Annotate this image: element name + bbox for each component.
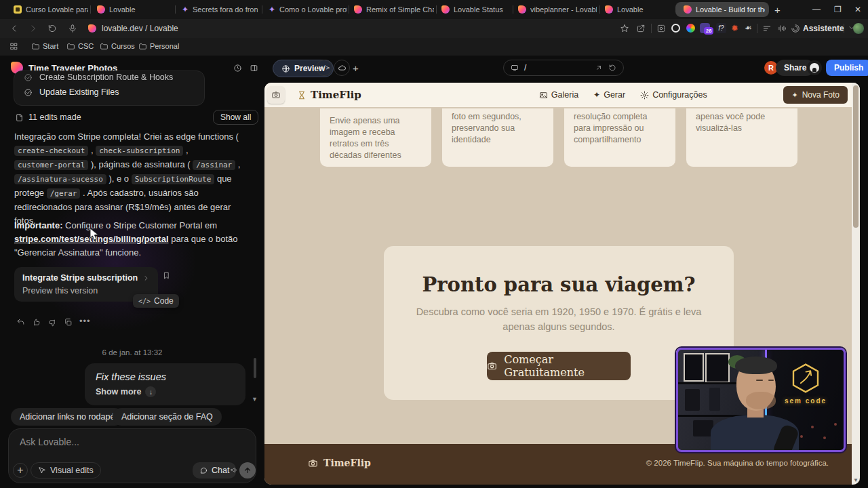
chat-input-container: + Visual edits Chat (8, 428, 256, 483)
scrollbar-down-arrow-icon[interactable]: ▼ (853, 477, 859, 483)
site-nav: Galeria ✦ Gerar Configurações (539, 90, 707, 100)
person-eyebrow (756, 380, 763, 381)
task-item-clipped: Create Subscription Route & Hooks (39, 71, 173, 83)
undo-icon[interactable] (16, 318, 25, 327)
browser-tab[interactable]: Lovable Status (454, 5, 509, 14)
new-tab-button[interactable]: + (774, 4, 781, 16)
thumbs-down-icon[interactable] (48, 319, 57, 327)
sparkle-icon: ✦ (269, 5, 275, 14)
url-text[interactable]: lovable.dev / Lovable (102, 24, 178, 33)
bookmark-folder-csc[interactable]: CSC (78, 42, 94, 50)
bookmark-folder-start[interactable]: Start (43, 42, 58, 50)
paw-extension-icon[interactable]: ☙ (745, 23, 752, 33)
cloud-button[interactable] (334, 60, 350, 76)
publish-button[interactable]: Publish (826, 60, 868, 76)
route-input[interactable]: / (503, 60, 624, 76)
browser-tab[interactable]: Lovable (617, 5, 658, 14)
sidebar-scrollbar-thumb[interactable] (254, 358, 256, 378)
bookmark-star-icon[interactable] (620, 24, 629, 33)
voice-icon[interactable] (230, 466, 239, 474)
thumbs-up-icon[interactable] (32, 318, 41, 327)
send-button[interactable] (239, 462, 256, 479)
browser-tab[interactable]: Curso Lovable para Inician (26, 5, 88, 14)
back-icon[interactable] (9, 24, 19, 33)
attach-plus-button[interactable]: + (13, 463, 28, 478)
element-picker-camera-button[interactable] (267, 86, 285, 104)
nav-galeria[interactable]: Galeria (539, 90, 578, 100)
nav-configuracoes[interactable]: Configurações (640, 90, 707, 100)
preview-scrollbar-thumb[interactable] (853, 85, 859, 228)
browser-tab[interactable]: Lovable (109, 5, 157, 14)
chat-mode-label: Chat (212, 466, 229, 475)
bookmark-icon[interactable] (162, 271, 171, 280)
fonts-extension-icon[interactable]: f? (716, 23, 726, 33)
cta-title: Pronto para sua viagem? (384, 273, 734, 296)
reload-icon[interactable] (47, 24, 57, 33)
window-restore-button[interactable]: ❐ (834, 5, 842, 14)
show-all-button[interactable]: Show all (213, 110, 258, 125)
github-button[interactable] (807, 60, 822, 75)
scroll-down-indicator-icon[interactable]: ▼ (252, 396, 258, 403)
browser-url-bar: lovable.dev / Lovable 28 f? ✹ ☙ Assisten… (0, 19, 868, 38)
starburst-extension-icon[interactable]: ✹ (731, 23, 738, 33)
suggestion-chip[interactable]: Adicionar links no rodapé (11, 408, 123, 426)
bookmark-folder-personal[interactable]: Personal (150, 42, 179, 50)
nav-gerar[interactable]: ✦ Gerar (593, 90, 625, 100)
lovable-heart-icon (518, 5, 526, 14)
share-link-icon[interactable] (636, 24, 646, 33)
footer-copyright: © 2026 TimeFlip. Sua máquina do tempo fo… (646, 459, 829, 467)
add-panel-button[interactable]: + (353, 62, 359, 74)
new-photo-button[interactable]: ✦ Nova Foto (783, 86, 848, 104)
browser-tab[interactable]: Remix of Simple Chat AI - (366, 5, 434, 14)
lovable-heart-icon (605, 5, 613, 14)
code-tooltip[interactable]: </> Code (133, 294, 179, 308)
history-icon[interactable] (233, 64, 242, 73)
refresh-icon (608, 64, 616, 72)
browser-tab[interactable]: Como o Lovable protege (279, 5, 347, 14)
show-more-button[interactable]: Show more (96, 387, 141, 396)
site-brand[interactable]: TimeFlip (311, 89, 361, 101)
code-view-button[interactable]: </> (316, 60, 332, 76)
browser-profile-avatar[interactable] (853, 23, 864, 34)
mic-icon[interactable] (68, 24, 77, 33)
browser-tab-active[interactable]: Lovable - Build for the we (675, 2, 769, 17)
suggestion-chip[interactable]: Adicionar seção de FAQ (113, 408, 222, 426)
picture-frame (705, 353, 730, 383)
github-icon (810, 63, 819, 73)
bookmark-folder-cursos[interactable]: Cursos (111, 42, 135, 50)
browser-tab[interactable]: vibeplanner - Lovable (530, 5, 597, 14)
apps-grid-icon[interactable] (9, 42, 18, 51)
device-icon (511, 64, 519, 72)
window-minimize-button[interactable]: — (812, 5, 821, 14)
reading-list-icon[interactable] (762, 24, 772, 33)
hourglass-icon (297, 90, 307, 100)
lovable-heart-icon (97, 5, 105, 14)
globe-icon (281, 64, 290, 73)
panel-toggle-icon[interactable] (250, 64, 258, 73)
copy-icon[interactable] (64, 318, 73, 327)
assistant-label[interactable]: Assistente (803, 24, 844, 33)
expand-down-icon[interactable]: ↓ (145, 386, 156, 397)
start-free-label: Começar Gratuitamente (504, 353, 631, 379)
forward-icon[interactable] (28, 24, 38, 33)
password-extension-icon[interactable] (671, 24, 680, 33)
preview-version-link[interactable]: Preview this version (22, 286, 150, 296)
colorwheel-extension-icon[interactable] (686, 24, 695, 33)
browser-tab-bar: Curso Lovable para Inician Lovable ✦ Sec… (0, 0, 868, 19)
semcode-logo-text: sem code (785, 397, 827, 405)
start-free-button[interactable]: Começar Gratuitamente (487, 352, 631, 380)
feature-card: apenas você pode visualizá-las (686, 108, 797, 167)
edits-count: 11 edits made (28, 113, 81, 122)
visual-edits-button[interactable]: Visual edits (31, 462, 101, 479)
preview-scrollbar[interactable]: ▼ (852, 83, 860, 485)
screenshot-extension-icon[interactable] (656, 24, 666, 33)
chat-input[interactable] (18, 436, 224, 448)
folder-icon (100, 42, 108, 51)
equalizer-icon[interactable] (777, 24, 787, 33)
new-photo-label: Nova Foto (802, 90, 840, 100)
task-list-card: Create Subscription Route & Hooks Update… (14, 70, 205, 106)
window-close-button[interactable]: ✕ (854, 5, 861, 14)
more-options-icon[interactable]: ••• (79, 316, 91, 326)
tab-manager-extension-icon[interactable]: 28 (700, 23, 710, 33)
browser-tab[interactable]: Secrets fora do front: Inse (193, 5, 258, 14)
